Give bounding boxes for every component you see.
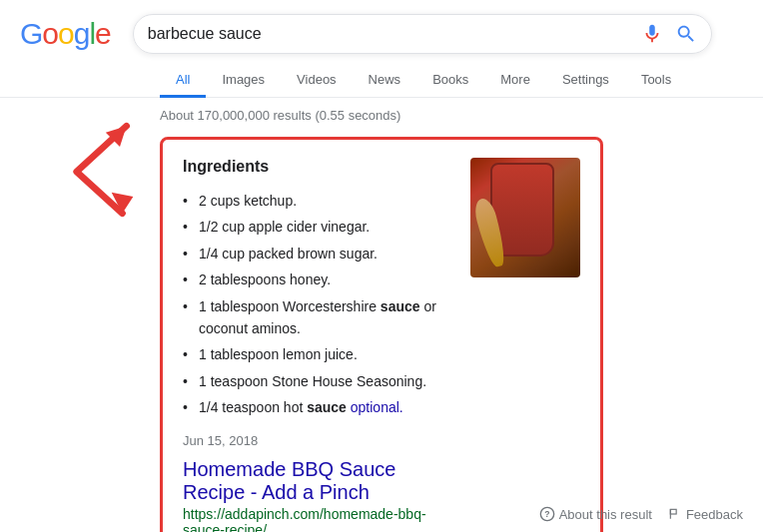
flag-icon — [668, 507, 682, 521]
tab-all[interactable]: All — [160, 64, 206, 98]
feedback-button[interactable]: Feedback — [668, 507, 743, 522]
svg-rect-4 — [670, 509, 676, 514]
svg-marker-0 — [106, 126, 127, 147]
tab-news[interactable]: News — [353, 64, 417, 98]
help-circle-icon: ? — [539, 506, 555, 522]
snippet-content: Ingredients 2 cups ketchup. 1/2 cup appl… — [183, 158, 454, 532]
arrow-annotation — [60, 117, 160, 227]
tab-tools[interactable]: Tools — [625, 64, 687, 98]
search-box[interactable] — [133, 14, 712, 54]
list-item: 1 tablespoon Worcestershire sauce or coc… — [183, 293, 454, 342]
list-item: 2 tablespoons honey. — [183, 266, 454, 292]
snippet-title: Ingredients — [183, 158, 454, 176]
search-submit-icon[interactable] — [675, 23, 697, 45]
bold-sauce2: sauce — [307, 399, 347, 415]
snippet-list: 2 cups ketchup. 1/2 cup apple cider vine… — [183, 188, 454, 421]
tab-images[interactable]: Images — [206, 64, 281, 98]
list-item: 1/4 teaspoon hot sauce optional. — [183, 394, 454, 420]
logo-o2: o — [58, 17, 74, 51]
logo-e: e — [95, 17, 111, 51]
main-content: Ingredients 2 cups ketchup. 1/2 cup appl… — [0, 137, 763, 532]
snippet-image — [470, 158, 580, 277]
feedback-label: Feedback — [686, 507, 743, 522]
footer-bar: ? About this result Feedback — [539, 506, 743, 522]
svg-text:?: ? — [544, 509, 549, 519]
list-item: 2 cups ketchup. — [183, 188, 454, 214]
google-logo: Google — [20, 17, 111, 51]
tab-videos[interactable]: Videos — [281, 64, 353, 98]
list-item: 1/4 cup packed brown sugar. — [183, 241, 454, 266]
microphone-icon[interactable] — [641, 23, 663, 45]
results-count: About 170,000,000 results (0.55 seconds) — [0, 98, 763, 129]
header: Google — [0, 0, 763, 54]
search-input[interactable] — [148, 25, 633, 43]
tab-books[interactable]: Books — [416, 64, 484, 98]
list-item: 1/2 cup apple cider vinegar. — [183, 214, 454, 240]
tab-more[interactable]: More — [484, 64, 546, 98]
svg-marker-1 — [112, 193, 134, 214]
snippet-url: https://addapinch.com/homemade-bbq-sauce… — [183, 506, 454, 532]
logo-g2: g — [74, 17, 90, 51]
featured-snippet: Ingredients 2 cups ketchup. 1/2 cup appl… — [160, 137, 603, 532]
snippet-link-title[interactable]: Homemade BBQ Sauce Recipe - Add a Pinch — [183, 458, 454, 504]
nav-right: Settings Tools — [546, 64, 687, 97]
list-item: 1 tablespoon lemon juice. — [183, 341, 454, 367]
nav-tabs: All Images Videos News Books More Settin… — [0, 54, 763, 98]
search-icons — [641, 23, 697, 45]
about-result[interactable]: ? About this result — [539, 506, 652, 522]
snippet-date: Jun 15, 2018 — [183, 433, 454, 448]
about-result-label: About this result — [559, 507, 652, 522]
list-item: 1 teaspoon Stone House Seasoning. — [183, 368, 454, 394]
bold-sauce1: sauce — [381, 298, 420, 314]
logo-o1: o — [42, 17, 58, 51]
optional-link[interactable]: optional. — [351, 399, 403, 415]
tab-settings[interactable]: Settings — [546, 64, 625, 98]
logo-g: G — [20, 17, 42, 51]
